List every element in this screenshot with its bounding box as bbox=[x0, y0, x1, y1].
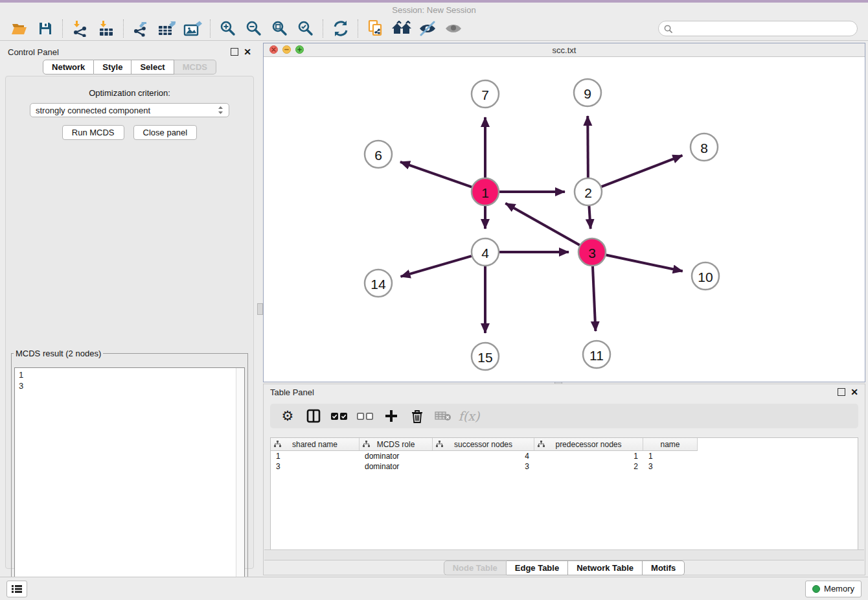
column-header-label: name bbox=[660, 440, 680, 449]
mcds-result-textarea[interactable]: 13 bbox=[14, 367, 245, 596]
graph-node-15[interactable]: 15 bbox=[472, 343, 499, 370]
control-panel-title: Control Panel bbox=[8, 47, 59, 57]
apply-layout-icon[interactable] bbox=[328, 18, 354, 39]
graph-edge-3-1[interactable] bbox=[505, 203, 579, 246]
panel-splitter-grip[interactable] bbox=[257, 303, 263, 315]
table-cell-mcds-role: dominator bbox=[360, 461, 433, 472]
table-row[interactable]: 3dominator323 bbox=[271, 461, 858, 472]
open-file-icon[interactable] bbox=[6, 18, 32, 39]
control-panel-tabs: NetworkStyleSelectMCDS bbox=[3, 60, 257, 75]
graph-node-2[interactable]: 2 bbox=[575, 178, 602, 205]
delete-table-icon[interactable] bbox=[435, 408, 451, 424]
function-builder-icon[interactable]: f(x) bbox=[461, 408, 477, 424]
toolbar-separator bbox=[62, 19, 63, 38]
search-field[interactable] bbox=[658, 21, 858, 36]
mcds-panel: Optimization criterion: strongly connect… bbox=[5, 76, 254, 569]
table-cell-successor-nodes: 3 bbox=[433, 461, 534, 472]
add-column-plus-icon[interactable] bbox=[383, 408, 400, 424]
import-network-icon[interactable] bbox=[67, 18, 93, 39]
table-tab-node-table[interactable]: Node Table bbox=[444, 560, 507, 575]
column-header-shared-name[interactable]: shared name bbox=[271, 438, 360, 450]
memory-button[interactable]: Memory bbox=[805, 581, 862, 597]
save-session-icon[interactable] bbox=[32, 18, 58, 39]
optimization-criterion-label: Optimization criterion: bbox=[6, 88, 253, 98]
export-table-icon[interactable] bbox=[154, 18, 180, 39]
optimization-criterion-select[interactable]: strongly connected component bbox=[30, 103, 229, 117]
table-close-icon[interactable]: ✕ bbox=[851, 389, 858, 395]
column-header-label: shared name bbox=[292, 440, 337, 449]
mcds-result-group: MCDS result (2 nodes) 13 bbox=[11, 349, 248, 599]
close-panel-icon[interactable]: ✕ bbox=[244, 49, 251, 55]
graph-node-11[interactable]: 11 bbox=[583, 341, 610, 368]
graph-node-4[interactable]: 4 bbox=[472, 238, 499, 266]
table-panel: Table Panel ✕ ⚙ f(x) shared nameMCDS ro bbox=[263, 384, 865, 575]
result-scrollbar[interactable] bbox=[236, 368, 244, 595]
memory-label: Memory bbox=[824, 584, 854, 594]
graph-edge-1-6[interactable] bbox=[400, 162, 472, 187]
zoom-selected-icon[interactable] bbox=[293, 18, 319, 39]
graph-node-6[interactable]: 6 bbox=[365, 141, 392, 168]
export-image-icon[interactable] bbox=[180, 18, 206, 39]
graph-node-10[interactable]: 10 bbox=[692, 262, 719, 290]
zoom-fit-icon[interactable] bbox=[267, 18, 293, 39]
graph-edge-3-10[interactable] bbox=[606, 255, 683, 271]
graph-node-7[interactable]: 7 bbox=[472, 80, 499, 108]
node-table[interactable]: shared nameMCDS rolesuccessor nodesprede… bbox=[270, 437, 858, 550]
tab-style[interactable]: Style bbox=[94, 60, 131, 75]
graph-edge-4-14[interactable] bbox=[401, 256, 472, 277]
deselect-all-rows-icon[interactable] bbox=[357, 408, 374, 424]
graph-node-9[interactable]: 9 bbox=[574, 79, 601, 106]
window-zoom-icon[interactable] bbox=[295, 45, 304, 54]
graph-edge-2-3[interactable] bbox=[589, 206, 590, 229]
task-history-button[interactable] bbox=[6, 581, 27, 597]
search-input[interactable] bbox=[676, 23, 852, 34]
table-cell-shared-name: 3 bbox=[271, 461, 360, 472]
close-panel-button[interactable]: Close panel bbox=[133, 125, 198, 140]
table-cell-shared-name: 1 bbox=[271, 451, 360, 461]
table-tab-network-table[interactable]: Network Table bbox=[568, 560, 643, 575]
graph-node-label: 8 bbox=[700, 141, 708, 156]
delete-column-trash-icon[interactable] bbox=[409, 408, 426, 424]
table-float-icon[interactable] bbox=[838, 388, 845, 396]
table-cell-name: 3 bbox=[643, 461, 698, 472]
toolbar-separator bbox=[210, 19, 211, 38]
run-mcds-button[interactable]: Run MCDS bbox=[62, 125, 124, 140]
window-minimize-icon[interactable] bbox=[282, 45, 291, 54]
memory-status-icon bbox=[812, 585, 820, 593]
show-all-eye-icon[interactable] bbox=[440, 18, 466, 39]
column-header-successor-nodes[interactable]: successor nodes bbox=[433, 438, 534, 450]
toolbar-separator bbox=[358, 19, 359, 38]
zoom-in-icon[interactable] bbox=[215, 18, 241, 39]
table-row[interactable]: 1dominator411 bbox=[271, 451, 858, 461]
first-neighbors-icon[interactable] bbox=[363, 18, 389, 39]
table-tab-edge-table[interactable]: Edge Table bbox=[507, 560, 568, 575]
table-settings-gear-icon[interactable]: ⚙ bbox=[279, 408, 296, 424]
column-header-predecessor-nodes[interactable]: predecessor nodes bbox=[534, 438, 643, 450]
cyndex-home-icon[interactable] bbox=[389, 18, 415, 39]
tab-network[interactable]: Network bbox=[43, 60, 94, 75]
column-header-name[interactable]: name bbox=[643, 438, 698, 450]
table-tab-motifs[interactable]: Motifs bbox=[643, 560, 685, 575]
graph-node-1[interactable]: 1 bbox=[472, 178, 499, 205]
tab-mcds[interactable]: MCDS bbox=[174, 60, 216, 75]
graph-edge-2-8[interactable] bbox=[602, 156, 683, 187]
export-network-icon[interactable] bbox=[128, 18, 154, 39]
selected-criterion: strongly connected component bbox=[36, 106, 218, 115]
tab-select[interactable]: Select bbox=[131, 60, 174, 75]
graph-node-3[interactable]: 3 bbox=[578, 238, 606, 266]
zoom-out-icon[interactable] bbox=[241, 18, 267, 39]
network-canvas-svg[interactable]: 7968124314101511 bbox=[264, 56, 865, 382]
graph-node-14[interactable]: 14 bbox=[365, 270, 392, 297]
column-header-label: predecessor nodes bbox=[555, 440, 621, 449]
window-close-icon[interactable] bbox=[269, 45, 278, 54]
graph-node-8[interactable]: 8 bbox=[691, 133, 718, 161]
graph-edge-3-11[interactable] bbox=[593, 266, 595, 331]
hide-selected-eye-icon[interactable] bbox=[415, 18, 440, 39]
table-hscrollbar[interactable] bbox=[264, 549, 864, 560]
column-header-mcds-role[interactable]: MCDS role bbox=[360, 438, 433, 450]
graph-edge-2-9[interactable] bbox=[588, 116, 588, 178]
show-columns-icon[interactable] bbox=[305, 408, 322, 424]
select-all-rows-icon[interactable] bbox=[331, 408, 348, 424]
float-panel-icon[interactable] bbox=[231, 48, 238, 56]
import-table-icon[interactable] bbox=[93, 18, 119, 39]
